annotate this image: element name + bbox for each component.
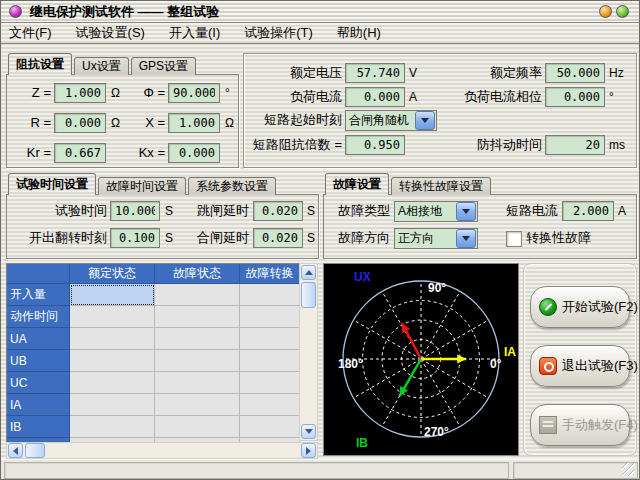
- minimize-button-icon[interactable]: [599, 5, 612, 18]
- tab-fault-settings[interactable]: 故障设置: [325, 173, 389, 195]
- fault-type-dropdown[interactable]: A相接地: [394, 201, 478, 222]
- close-delay-unit: S: [307, 228, 315, 248]
- table-row: IB: [7, 416, 300, 438]
- r-unit: Ω: [111, 113, 120, 133]
- table-cell[interactable]: [155, 416, 240, 438]
- horizontal-scroll-thumb[interactable]: [25, 443, 45, 458]
- scroll-up-icon[interactable]: [301, 265, 316, 280]
- col-fault-convert: 故障转换: [240, 264, 300, 284]
- table-cell[interactable]: [70, 372, 155, 394]
- tab-convert-fault-settings[interactable]: 转换性故障设置: [391, 177, 491, 195]
- angle-label-270: 270°: [424, 425, 449, 439]
- menu-binary-input[interactable]: 开入量(I): [169, 24, 220, 42]
- table-cell[interactable]: [70, 350, 155, 372]
- tab-system-params[interactable]: 系统参数设置: [188, 177, 276, 195]
- convert-fault-label: 转换性故障: [526, 228, 616, 248]
- anti-shake-field[interactable]: [545, 135, 605, 155]
- chevron-down-icon[interactable]: [456, 229, 476, 248]
- tab-gps-settings[interactable]: GPS设置: [131, 57, 196, 75]
- chevron-down-icon[interactable]: [456, 202, 476, 221]
- tab-impedance-settings[interactable]: 阻抗设置: [8, 53, 72, 75]
- table-cell[interactable]: [240, 394, 300, 416]
- manual-trigger-button[interactable]: 手动触发(F4): [530, 404, 630, 446]
- test-time-label: 试验时间: [7, 201, 107, 221]
- table-cell[interactable]: [155, 350, 240, 372]
- flip-time-field[interactable]: [110, 228, 160, 248]
- menu-help[interactable]: 帮助(H): [337, 24, 381, 42]
- imp-multiple-field[interactable]: [345, 135, 405, 155]
- phi-field[interactable]: [168, 83, 220, 103]
- table-cell[interactable]: [240, 372, 300, 394]
- table-cell[interactable]: [70, 306, 155, 328]
- table-cell[interactable]: [155, 306, 240, 328]
- scroll-down-icon[interactable]: [301, 424, 316, 439]
- rated-voltage-field[interactable]: [345, 63, 405, 83]
- chevron-down-icon[interactable]: [415, 111, 435, 130]
- menu-bar: 文件(F) 试验设置(S) 开入量(I) 试验操作(T) 帮助(H): [1, 23, 639, 44]
- vertical-scroll-thumb[interactable]: [301, 282, 316, 308]
- table-cell[interactable]: [240, 284, 300, 306]
- load-current-field[interactable]: [345, 87, 405, 107]
- vector-ia: [457, 355, 466, 364]
- menu-test-operation[interactable]: 试验操作(T): [244, 24, 313, 42]
- table-cell-selected[interactable]: [70, 284, 155, 306]
- exit-test-button[interactable]: 退出试验(F3): [530, 345, 630, 387]
- table-cell[interactable]: [70, 328, 155, 350]
- tab-test-time[interactable]: 试验时间设置: [8, 173, 96, 195]
- resize-grip-icon[interactable]: [622, 463, 635, 476]
- load-phase-field[interactable]: [545, 87, 605, 107]
- scroll-right-icon[interactable]: [301, 443, 316, 458]
- short-current-label: 短路电流: [502, 201, 558, 221]
- fault-direction-dropdown[interactable]: 正方向: [394, 228, 478, 249]
- table-cell[interactable]: [155, 394, 240, 416]
- r-field[interactable]: [54, 113, 106, 133]
- table-row: 动作时间: [7, 306, 300, 328]
- table-row: UC: [7, 372, 300, 394]
- source-settings-panel: 额定电压 V 额定频率 Hz 负荷电流 A 负荷电流相位 ° 短路起始时刻 合闸…: [243, 53, 637, 168]
- table-cell[interactable]: [155, 328, 240, 350]
- title-bar: 继电保护测试软件 —— 整组试验: [1, 1, 639, 23]
- test-time-field[interactable]: [110, 201, 160, 221]
- start-test-button[interactable]: 开始试验(F2): [530, 286, 630, 328]
- table-cell[interactable]: [240, 306, 300, 328]
- x-field[interactable]: [168, 113, 220, 133]
- table-cell[interactable]: [240, 328, 300, 350]
- tab-fault-time[interactable]: 故障时间设置: [98, 177, 186, 195]
- anti-shake-unit: ms: [609, 135, 625, 155]
- short-current-field[interactable]: [562, 201, 614, 221]
- table-vertical-scrollbar[interactable]: [299, 263, 318, 441]
- table-cell[interactable]: [240, 416, 300, 438]
- rated-freq-unit: Hz: [609, 63, 624, 83]
- trip-delay-unit: S: [307, 201, 315, 221]
- status-pane-right: [513, 462, 638, 479]
- close-button-icon[interactable]: [616, 5, 629, 18]
- z-field[interactable]: [54, 83, 106, 103]
- load-current-label: 负荷电流: [244, 87, 342, 107]
- table-cell[interactable]: [240, 350, 300, 372]
- scroll-left-icon[interactable]: [8, 443, 23, 458]
- short-start-dropdown[interactable]: 合闸角随机: [345, 110, 437, 131]
- table-horizontal-scrollbar[interactable]: [6, 442, 318, 459]
- convert-fault-checkbox[interactable]: [506, 231, 522, 247]
- kx-field[interactable]: [168, 143, 220, 163]
- table-cell[interactable]: [155, 372, 240, 394]
- table-cell[interactable]: [70, 416, 155, 438]
- tab-ux-settings[interactable]: Ux设置: [74, 57, 129, 75]
- menu-file[interactable]: 文件(F): [9, 24, 52, 42]
- close-delay-field[interactable]: [253, 228, 303, 248]
- vector-diagram: 90° 180° 0° 270° UX IA IB: [323, 263, 519, 456]
- table-cell[interactable]: [155, 284, 240, 306]
- flip-time-unit: S: [165, 228, 173, 248]
- status-bar: [1, 459, 640, 480]
- polar-plot: 90° 180° 0° 270° UX IA IB: [324, 264, 518, 455]
- rated-freq-field[interactable]: [545, 63, 605, 83]
- table-row: 开入量: [7, 284, 300, 306]
- table-cell[interactable]: [70, 394, 155, 416]
- rated-voltage-label: 额定电压: [244, 63, 342, 83]
- table-row: UA: [7, 328, 300, 350]
- kr-field[interactable]: [54, 143, 106, 163]
- menu-test-settings[interactable]: 试验设置(S): [76, 24, 145, 42]
- x-label: X =: [125, 113, 165, 133]
- trip-delay-field[interactable]: [253, 201, 303, 221]
- fault-panel-body: 故障类型 A相接地 短路电流 A 故障方向 正方向 转换性故障: [323, 194, 637, 259]
